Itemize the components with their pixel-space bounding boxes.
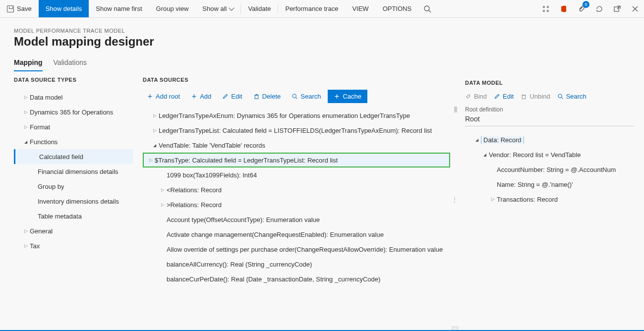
chevron-right-icon bbox=[22, 243, 30, 248]
data-source-types-panel: DATA SOURCE TYPES Data modelDynamics 365… bbox=[0, 77, 138, 329]
validate-button[interactable]: Validate bbox=[241, 0, 278, 17]
tree-row[interactable]: Functions bbox=[14, 134, 133, 149]
notifications-button[interactable]: 0 bbox=[573, 0, 590, 18]
add-button[interactable]: Add bbox=[187, 90, 215, 103]
refresh-button[interactable] bbox=[590, 0, 608, 18]
root-definition-value[interactable]: Root bbox=[465, 113, 634, 126]
data-model-tree[interactable]: Data: RecordVendor: Record list = VendTa… bbox=[465, 132, 634, 207]
tree-row[interactable]: Data model bbox=[14, 90, 133, 105]
tree-row[interactable]: balanceCurPerDate(): Real (Date _transac… bbox=[143, 272, 450, 286]
chevron-right-icon bbox=[151, 128, 159, 133]
tree-label: Financial dimensions details bbox=[38, 168, 118, 175]
add-root-button[interactable]: Add root bbox=[143, 90, 184, 103]
tree-row[interactable]: Vendor: Record list = VendTable bbox=[465, 147, 634, 162]
tree-row[interactable]: balanceAllCurrency(): Real (String _curr… bbox=[143, 257, 450, 272]
delete-button[interactable]: Delete bbox=[249, 90, 285, 103]
validate-label: Validate bbox=[248, 5, 271, 12]
data-sources-tree[interactable]: LedgerTransTypeAxEnum: Dynamics 365 for … bbox=[143, 108, 450, 291]
trash-icon bbox=[521, 93, 527, 100]
tree-row[interactable]: Tax bbox=[14, 238, 133, 253]
tree-row[interactable]: General bbox=[14, 223, 133, 238]
tree-label: Name: String = @.'name()' bbox=[497, 181, 573, 188]
svg-point-19 bbox=[293, 94, 296, 98]
tab-mapping[interactable]: Mapping bbox=[14, 58, 43, 71]
bind-button[interactable]: Bind bbox=[465, 93, 487, 100]
tree-row[interactable]: Group by bbox=[14, 179, 133, 194]
save-button[interactable]: Save bbox=[0, 0, 39, 17]
show-name-first-button[interactable]: Show name first bbox=[89, 0, 149, 17]
tree-row[interactable]: Dynamics 365 for Operations bbox=[14, 105, 133, 119]
edit-button[interactable]: Edit bbox=[218, 90, 246, 103]
root-definition-label: Root definition bbox=[465, 106, 634, 113]
cache-label: Cache bbox=[343, 93, 361, 100]
refresh-icon bbox=[595, 5, 603, 13]
tree-row[interactable]: AccountNumber: String = @.AccountNum bbox=[465, 162, 634, 177]
chevron-down-icon bbox=[22, 140, 30, 144]
edit-label: Edit bbox=[231, 93, 242, 100]
plus-icon bbox=[191, 93, 197, 100]
popout-button[interactable] bbox=[608, 0, 626, 18]
tree-row[interactable]: Inventory dimensions details bbox=[14, 194, 133, 209]
office-icon-button[interactable] bbox=[555, 0, 573, 18]
view-button[interactable]: VIEW bbox=[345, 0, 375, 17]
show-all-button[interactable]: Show all bbox=[195, 0, 240, 17]
tree-label: Activate change management(ChangeRequest… bbox=[167, 231, 384, 238]
bind-label: Bind bbox=[474, 93, 487, 100]
tree-label: Data model bbox=[30, 94, 62, 101]
group-view-button[interactable]: Group view bbox=[149, 0, 196, 17]
tree-row[interactable]: >Relations: Record bbox=[143, 197, 450, 212]
connect-icon-button[interactable] bbox=[537, 0, 555, 18]
svg-rect-7 bbox=[565, 6, 566, 12]
tree-row[interactable]: Financial dimensions details bbox=[14, 164, 133, 179]
options-button[interactable]: OPTIONS bbox=[376, 0, 419, 17]
tree-row[interactable]: VendTable: Table 'VendTable' records bbox=[143, 138, 450, 153]
tree-row[interactable]: LedgerTransTypeList: Calculated field = … bbox=[143, 123, 450, 138]
data-source-types-tree[interactable]: Data modelDynamics 365 for OperationsFor… bbox=[14, 90, 133, 253]
connect-icon bbox=[542, 5, 550, 13]
tree-row[interactable]: Allow override of settings per purchase … bbox=[143, 242, 450, 257]
command-bar: Save Show details Show name first Group … bbox=[0, 0, 644, 18]
tree-row[interactable]: 1099 box(Tax1099Fields): Int64 bbox=[143, 167, 450, 182]
dm-edit-button[interactable]: Edit bbox=[494, 93, 514, 100]
chevron-right-icon bbox=[489, 197, 497, 202]
tree-label: Transactions: Record bbox=[497, 196, 558, 203]
cache-button[interactable]: Cache bbox=[328, 90, 367, 103]
page-title: Model mapping designer bbox=[14, 35, 630, 49]
close-button[interactable] bbox=[626, 0, 644, 18]
chevron-right-icon bbox=[159, 187, 167, 192]
options-label: OPTIONS bbox=[383, 5, 412, 12]
tree-row[interactable]: Format bbox=[14, 119, 133, 134]
panel-resizer[interactable]: ⋮ bbox=[451, 196, 457, 204]
global-search-button[interactable] bbox=[418, 0, 436, 18]
search-icon bbox=[292, 93, 298, 100]
chevron-right-icon bbox=[159, 202, 167, 207]
tree-row[interactable]: <Relations: Record bbox=[143, 182, 450, 197]
chevron-right-icon bbox=[151, 113, 159, 118]
show-details-button[interactable]: Show details bbox=[39, 0, 89, 17]
tree-row[interactable]: Account type(OffsetAccountType): Enumera… bbox=[143, 212, 450, 227]
tree-row[interactable]: Name: String = @.'name()' bbox=[465, 177, 634, 192]
svg-point-2 bbox=[543, 6, 545, 7]
tree-row[interactable]: $TransType: Calculated field = LedgerTra… bbox=[143, 153, 450, 167]
tree-row[interactable]: LedgerTransTypeAxEnum: Dynamics 365 for … bbox=[143, 108, 450, 123]
performance-trace-button[interactable]: Performance trace bbox=[278, 0, 345, 17]
tab-validations[interactable]: Validations bbox=[54, 58, 87, 71]
tree-row[interactable]: Table metadata bbox=[14, 209, 133, 223]
show-name-first-label: Show name first bbox=[96, 5, 142, 12]
tree-label: General bbox=[30, 227, 53, 235]
dm-search-button[interactable]: Search bbox=[557, 93, 586, 100]
unbind-button[interactable]: Unbind bbox=[521, 93, 550, 100]
tree-row[interactable]: Transactions: Record bbox=[465, 192, 634, 207]
save-label: Save bbox=[17, 5, 32, 12]
svg-point-0 bbox=[424, 6, 429, 11]
svg-marker-6 bbox=[561, 5, 565, 12]
tree-row[interactable]: Data: Record bbox=[465, 132, 634, 147]
search-button[interactable]: Search bbox=[288, 90, 325, 103]
chevron-right-icon bbox=[147, 158, 155, 163]
tree-row[interactable]: Calculated field bbox=[14, 149, 133, 164]
svg-point-5 bbox=[547, 10, 549, 11]
perf-trace-label: Performance trace bbox=[285, 5, 338, 12]
tree-row[interactable]: Activate change management(ChangeRequest… bbox=[143, 227, 450, 242]
data-sources-title: DATA SOURCES bbox=[143, 77, 450, 83]
delete-label: Delete bbox=[262, 93, 281, 100]
